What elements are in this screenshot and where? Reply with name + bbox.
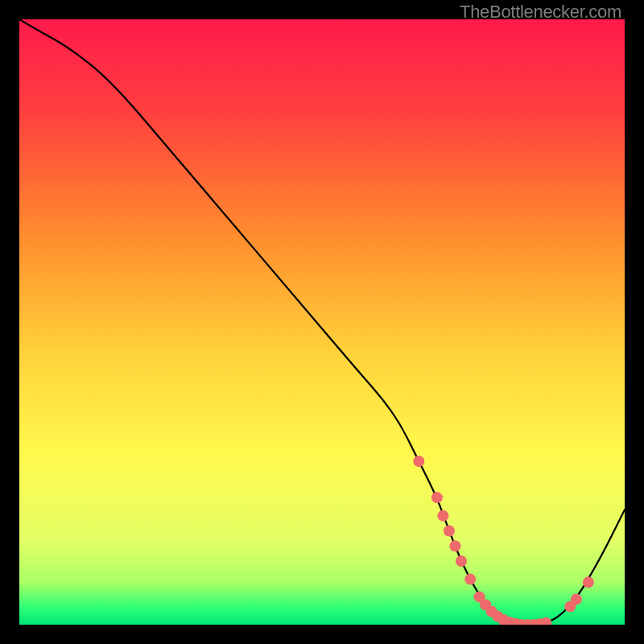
marker-point xyxy=(583,576,594,588)
marker-point xyxy=(571,593,582,605)
marker-point xyxy=(431,492,443,503)
gradient-background xyxy=(19,19,625,625)
marker-point xyxy=(456,555,467,567)
chart-area xyxy=(19,19,625,625)
marker-point xyxy=(444,525,455,536)
bottleneck-chart xyxy=(19,19,625,625)
marker-point xyxy=(437,510,448,522)
marker-point xyxy=(413,456,424,467)
marker-point xyxy=(449,540,460,551)
marker-point xyxy=(464,574,476,585)
